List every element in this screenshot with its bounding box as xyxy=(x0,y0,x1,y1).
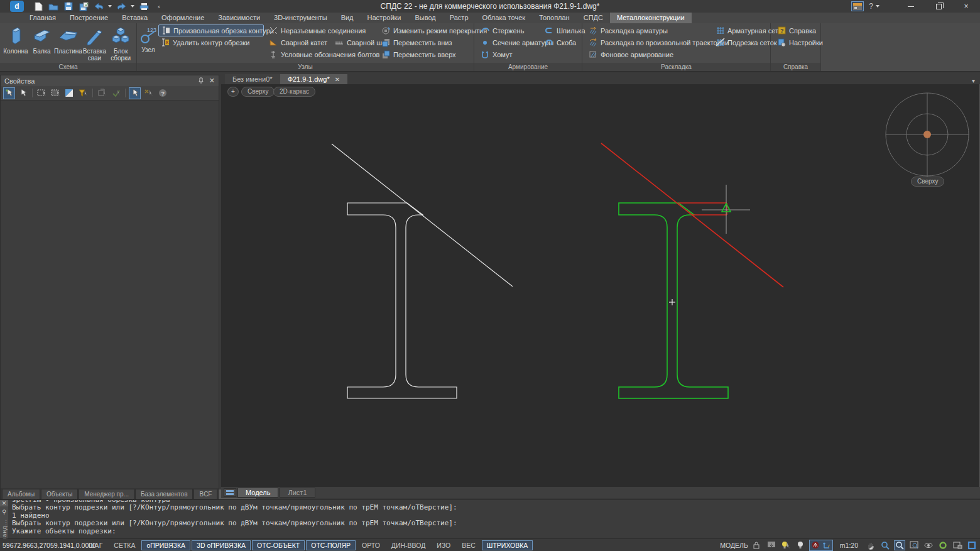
restore-button[interactable] xyxy=(925,0,952,13)
new-file-icon[interactable] xyxy=(33,1,44,11)
undo-dropdown-icon[interactable] xyxy=(108,5,112,8)
visual-style-button[interactable]: 2D-каркас xyxy=(273,87,315,97)
annotation-monitor-icon[interactable] xyxy=(766,540,777,550)
app-logo-icon[interactable]: d xyxy=(10,1,24,12)
drawing-canvas[interactable]: + Сверху 2D-каркас Сверху xyxy=(221,84,980,487)
zoom-extents-icon[interactable] xyxy=(908,540,920,550)
status-ves[interactable]: ВЕС xyxy=(457,540,481,550)
save-icon[interactable] xyxy=(63,1,74,11)
menu-zavisimosti[interactable]: Зависимости xyxy=(211,13,267,23)
regen-icon[interactable] xyxy=(937,540,949,550)
status-orto[interactable]: ОРТО xyxy=(357,540,385,550)
status-dyn-input[interactable]: ДИН-ВВОД xyxy=(386,540,430,550)
permanent-joints-button[interactable]: Неразъемные соединения xyxy=(266,25,376,36)
command-pin-icon[interactable]: ⚲ xyxy=(2,509,6,515)
bolt-symbols-button[interactable]: Условные обозначения болтов xyxy=(266,48,376,60)
arbitrary-contour-trim-button[interactable]: Произвольная обрезка контура xyxy=(158,25,264,36)
menu-postroenie[interactable]: Построение xyxy=(63,13,115,23)
menu-topoplan[interactable]: Топоплан xyxy=(532,13,577,23)
beam-button[interactable]: Балка xyxy=(29,25,55,63)
orbit-tool-icon[interactable] xyxy=(923,540,934,550)
selection-filter-icon[interactable] xyxy=(77,87,89,99)
rebar-section-button[interactable]: Сечение арматуры xyxy=(478,36,540,48)
status-shag[interactable]: ШАГ xyxy=(84,540,107,550)
rect-select-icon[interactable] xyxy=(36,87,48,99)
rect-select-all-icon[interactable] xyxy=(50,87,62,99)
ribbon-toggle-icon[interactable] xyxy=(851,1,864,11)
menu-vyvod[interactable]: Вывод xyxy=(408,13,442,23)
minimize-button[interactable] xyxy=(897,0,925,13)
help-button[interactable]: ? xyxy=(869,2,873,11)
customize-toolbar-icon[interactable]: ⸗ xyxy=(153,1,165,11)
redo-dropdown-icon[interactable] xyxy=(131,5,134,8)
weld-leg-button[interactable]: Сварной катет Сварной шов xyxy=(266,36,376,48)
status-shtrihovka[interactable]: ШТРИХОВКА xyxy=(482,540,533,550)
pile-insert-button[interactable]: Вставка сваи xyxy=(82,25,108,63)
doc-tab-current[interactable]: Ф21.9-1.dwg* ✕ xyxy=(280,74,347,84)
status-izo[interactable]: ИЗО xyxy=(432,540,455,550)
rod-button[interactable]: Стержень xyxy=(478,25,540,36)
status-osnap[interactable]: оПРИВЯЗКА xyxy=(141,540,190,550)
view-direction-button[interactable]: Сверху xyxy=(241,87,275,97)
move-down-button[interactable]: Переместить вниз xyxy=(379,36,473,48)
hairpin-button[interactable]: Шпилька xyxy=(542,25,582,36)
ucs-axis-icon[interactable] xyxy=(821,540,832,550)
status-otrack-object[interactable]: ОТС-ОБЪЕКТ xyxy=(252,540,305,550)
command-history[interactable]: spctrim - произвольная обрезка контура В… xyxy=(8,500,980,538)
clear-selection-icon[interactable] xyxy=(143,87,155,99)
close-button[interactable]: × xyxy=(952,0,980,13)
open-file-icon[interactable] xyxy=(48,1,59,11)
panel-close-icon[interactable]: ✕ xyxy=(209,77,215,85)
print-icon[interactable] xyxy=(138,1,150,11)
viewport-lock-icon[interactable] xyxy=(751,540,763,550)
save-all-icon[interactable] xyxy=(78,1,89,11)
navigator-view-label[interactable]: Сверху xyxy=(911,177,944,187)
menu-vid[interactable]: Вид xyxy=(334,13,361,23)
select-tool-icon[interactable] xyxy=(17,87,29,99)
status-3d-osnap[interactable]: 3D оПРИВЯЗКА xyxy=(192,540,251,550)
settings-button[interactable]: Настройки xyxy=(775,36,820,48)
command-prompt[interactable]: Укажите объекты подрезки: xyxy=(12,528,980,535)
tab-bcf[interactable]: BCF xyxy=(193,489,217,499)
tab-model[interactable]: Модель xyxy=(237,488,278,498)
doc-tab-close-icon[interactable]: ✕ xyxy=(335,76,340,83)
menu-spds[interactable]: СПДС xyxy=(577,13,610,23)
tab-manager[interactable]: Менеджер пр... xyxy=(79,489,134,499)
select-add-tool-icon[interactable] xyxy=(3,87,15,99)
beam-left[interactable] xyxy=(347,203,457,398)
zoom-window-active-icon[interactable] xyxy=(894,540,905,550)
copy-properties-icon[interactable] xyxy=(96,87,108,99)
zoom-tool-icon[interactable] xyxy=(879,540,891,550)
invert-selection-icon[interactable] xyxy=(63,87,75,99)
status-setka[interactable]: СЕТКА xyxy=(109,540,140,550)
tab-list-chevron-icon[interactable]: ▾ xyxy=(972,77,975,84)
rebar-layout-button[interactable]: Раскладка арматуры xyxy=(586,25,710,36)
view-navigator-wheel[interactable] xyxy=(886,93,969,177)
plate-button[interactable]: Пластина xyxy=(55,25,82,63)
help-dropdown-icon[interactable] xyxy=(876,5,879,8)
command-close-icon[interactable]: ✕ xyxy=(0,500,8,506)
sheet-list-icon[interactable] xyxy=(224,488,236,497)
rebar-mesh-button[interactable]: Арматурная сетка xyxy=(713,25,771,36)
uzel-button[interactable]: 123 Узел xyxy=(139,25,157,63)
lamp-icon[interactable] xyxy=(795,540,806,550)
menu-nastroyki[interactable]: Настройки xyxy=(361,13,408,23)
model-space-button[interactable]: МОДЕЛЬ xyxy=(720,542,748,549)
fullscreen-icon[interactable] xyxy=(966,540,977,550)
panel-help-icon[interactable]: ? xyxy=(156,87,168,99)
pick-object-icon[interactable] xyxy=(129,87,141,99)
pin-icon[interactable] xyxy=(198,77,204,84)
tab-baza-elementov[interactable]: База элементов xyxy=(135,489,193,499)
help-ribbon-button[interactable]: ? Справка xyxy=(775,25,820,36)
trajectory-layout-button[interactable]: Раскладка по произвольной траектории xyxy=(586,36,710,48)
assembly-block-button[interactable]: Блок сборки xyxy=(107,25,134,63)
status-otrack-polar[interactable]: ОТС-ПОЛЯР xyxy=(306,540,356,550)
undo-icon[interactable] xyxy=(93,1,104,11)
menu-oformlenie[interactable]: Оформление xyxy=(155,13,211,23)
menu-glavnaya[interactable]: Главная xyxy=(23,13,63,23)
redo-icon[interactable] xyxy=(116,1,127,11)
background-reinforcement-button[interactable]: Фоновое армирование xyxy=(586,48,710,60)
move-up-button[interactable]: Переместить вверх xyxy=(379,48,473,60)
ucs-off-icon[interactable] xyxy=(810,540,821,550)
tab-albomy[interactable]: Альбомы xyxy=(2,489,40,499)
